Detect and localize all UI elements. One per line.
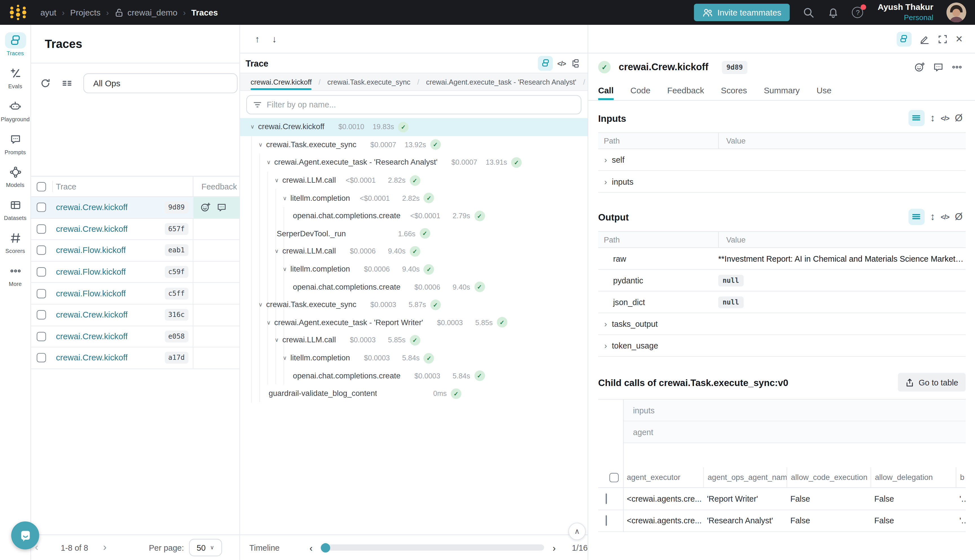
tree-view-icon[interactable] bbox=[538, 55, 553, 70]
user-avatar[interactable] bbox=[947, 3, 967, 23]
row-checkbox[interactable] bbox=[37, 246, 46, 255]
sidebar-item-scorers[interactable]: Scorers bbox=[1, 230, 29, 254]
op-name-filter[interactable] bbox=[246, 95, 581, 114]
tree-row[interactable]: ∨ crewai.LLM.call $0.0003 5.85s ✓ bbox=[240, 331, 588, 349]
tree-row[interactable]: openai.chat.completions.create $0.0003 5… bbox=[240, 367, 588, 385]
tree-row[interactable]: ∨ litellm.completion <$0.0001 2.82s ✓ bbox=[240, 189, 588, 207]
table-row[interactable]: crewai.Crew.kickoff e058 bbox=[31, 326, 239, 347]
trace-link[interactable]: crewai.Flow.kickoff bbox=[56, 246, 126, 255]
chevron-down-icon[interactable]: ∨ bbox=[280, 355, 289, 361]
table-row[interactable]: crewai.Flow.kickoff c5ff bbox=[31, 283, 239, 305]
trace-link[interactable]: crewai.Flow.kickoff bbox=[56, 289, 126, 298]
table-row[interactable]: <crewai.agents.cre... 'Research Analyst'… bbox=[598, 510, 966, 532]
table-row[interactable]: crewai.Crew.kickoff 9d89 bbox=[31, 197, 239, 218]
edit-icon[interactable] bbox=[920, 34, 930, 44]
row-checkbox[interactable] bbox=[606, 493, 607, 503]
breadcrumb-traces[interactable]: Traces bbox=[191, 8, 218, 17]
breadcrumb-project[interactable]: crewai_demo bbox=[127, 8, 177, 17]
wandb-logo[interactable] bbox=[8, 3, 29, 22]
tree-row[interactable]: openai.chat.completions.create <$0.0001 … bbox=[240, 207, 588, 225]
op-filter-select[interactable]: All Ops bbox=[83, 73, 237, 93]
trace-link[interactable]: crewai.Crew.kickoff bbox=[56, 203, 127, 212]
next-page-icon[interactable]: › bbox=[99, 542, 110, 554]
flame-graph-icon[interactable] bbox=[570, 58, 580, 68]
close-icon[interactable]: × bbox=[955, 33, 962, 45]
row-checkbox[interactable] bbox=[37, 310, 46, 320]
tab-scores[interactable]: Scores bbox=[721, 81, 747, 100]
code-view-icon[interactable]: </> bbox=[941, 213, 949, 220]
timeline-slider-handle[interactable] bbox=[321, 543, 330, 552]
row-checkbox[interactable] bbox=[606, 515, 607, 526]
output-row[interactable]: raw **Investment Report: AI in Chemical … bbox=[598, 248, 966, 270]
invite-teammates-button[interactable]: Invite teammates bbox=[694, 4, 790, 21]
more-options-icon[interactable] bbox=[951, 62, 963, 73]
table-row[interactable]: crewai.Crew.kickoff 316c bbox=[31, 305, 239, 326]
row-checkbox[interactable] bbox=[37, 332, 46, 341]
trace-link[interactable]: crewai.Crew.kickoff bbox=[56, 332, 127, 341]
row-checkbox[interactable] bbox=[37, 353, 46, 363]
tab-use[interactable]: Use bbox=[816, 81, 831, 100]
trace-link[interactable]: crewai.Crew.kickoff bbox=[56, 310, 127, 320]
tree-view-icon[interactable] bbox=[897, 31, 912, 46]
column-header[interactable]: allow_code_execution bbox=[786, 467, 871, 487]
tree-row[interactable]: ∨ crewai.Agent.execute_task - 'Research … bbox=[240, 154, 588, 172]
hide-values-icon[interactable]: Ø bbox=[955, 211, 962, 222]
help-icon[interactable]: ? bbox=[852, 7, 863, 18]
chevron-down-icon[interactable]: ∨ bbox=[264, 320, 273, 326]
fullscreen-icon[interactable] bbox=[938, 34, 948, 44]
add-reaction-icon[interactable] bbox=[914, 62, 925, 73]
search-icon[interactable] bbox=[803, 7, 815, 18]
sidebar-item-more[interactable]: More bbox=[1, 263, 29, 287]
add-reaction-icon[interactable] bbox=[200, 202, 211, 213]
row-checkbox[interactable] bbox=[37, 267, 46, 277]
timeline-next-icon[interactable]: › bbox=[553, 542, 556, 553]
arrow-down-icon[interactable]: ↓ bbox=[272, 33, 277, 44]
list-view-icon[interactable] bbox=[908, 110, 925, 126]
sidebar-item-playground[interactable]: Playground bbox=[1, 98, 29, 122]
trace-link[interactable]: crewai.Crew.kickoff bbox=[56, 353, 127, 363]
output-row[interactable]: › token_usage bbox=[598, 335, 966, 357]
chevron-down-icon[interactable]: ∨ bbox=[272, 248, 281, 254]
tab-code[interactable]: Code bbox=[630, 81, 650, 100]
breadcrumb-entity[interactable]: ayut bbox=[40, 8, 56, 17]
call-id-badge[interactable]: 9d89 bbox=[722, 61, 747, 73]
chevron-right-icon[interactable]: › bbox=[598, 341, 611, 350]
tree-row[interactable]: ∨ crewai.LLM.call $0.0006 9.40s ✓ bbox=[240, 242, 588, 260]
trace-link[interactable]: crewai.Flow.kickoff bbox=[56, 267, 126, 277]
output-row[interactable]: json_dict null bbox=[598, 292, 966, 313]
expand-rows-icon[interactable]: ↕ bbox=[930, 113, 935, 124]
tab-feedback[interactable]: Feedback bbox=[667, 81, 704, 100]
row-checkbox[interactable] bbox=[37, 289, 46, 298]
refresh-icon[interactable] bbox=[40, 78, 51, 89]
chevron-down-icon[interactable]: ∨ bbox=[256, 302, 265, 308]
chevron-down-icon[interactable]: ∨ bbox=[248, 124, 257, 130]
chevron-down-icon[interactable]: ∨ bbox=[280, 266, 289, 272]
input-row[interactable]: › inputs bbox=[598, 171, 966, 193]
op-name-filter-input[interactable] bbox=[267, 100, 575, 109]
trace-link[interactable]: crewai.Crew.kickoff bbox=[56, 224, 127, 233]
chevron-down-icon[interactable]: ∨ bbox=[256, 142, 265, 148]
tree-row[interactable]: ∨ litellm.completion $0.0006 9.40s ✓ bbox=[240, 260, 588, 278]
tree-row[interactable]: ∨ crewai.Task.execute_sync $0.0003 5.87s… bbox=[240, 296, 588, 313]
tree-row[interactable]: ∨ crewai.Crew.kickoff $0.0010 19.83s ✓ bbox=[240, 118, 588, 136]
tree-row[interactable]: guardrail-validate_blog_content 0ms ✓ bbox=[240, 385, 588, 402]
go-to-table-button[interactable]: Go to table bbox=[898, 373, 966, 392]
chevron-right-icon[interactable]: › bbox=[598, 155, 611, 164]
table-row[interactable]: crewai.Flow.kickoff c59f bbox=[31, 262, 239, 283]
code-view-icon[interactable]: </> bbox=[941, 115, 949, 122]
timeline-prev-icon[interactable]: ‹ bbox=[309, 542, 312, 553]
tab-call[interactable]: Call bbox=[598, 81, 614, 100]
tree-row[interactable]: openai.chat.completions.create $0.0006 9… bbox=[240, 278, 588, 296]
chevron-down-icon[interactable]: ∨ bbox=[272, 177, 281, 183]
chevron-down-icon[interactable]: ∨ bbox=[272, 337, 281, 343]
tree-row[interactable]: ∨ crewai.LLM.call <$0.0001 2.82s ✓ bbox=[240, 172, 588, 189]
sidebar-item-evals[interactable]: Evals bbox=[1, 65, 29, 89]
table-row[interactable]: <crewai.agents.cre... 'Report Writer' Fa… bbox=[598, 488, 966, 510]
table-row[interactable]: crewai.Crew.kickoff 657f bbox=[31, 218, 239, 240]
scroll-to-top-button[interactable]: ∧ bbox=[568, 523, 586, 540]
breadcrumb-projects[interactable]: Projects bbox=[70, 8, 101, 17]
select-all-checkbox[interactable] bbox=[609, 473, 619, 482]
chevron-down-icon[interactable]: ∨ bbox=[280, 195, 289, 201]
column-settings-icon[interactable] bbox=[62, 78, 73, 88]
input-row[interactable]: › self bbox=[598, 149, 966, 171]
